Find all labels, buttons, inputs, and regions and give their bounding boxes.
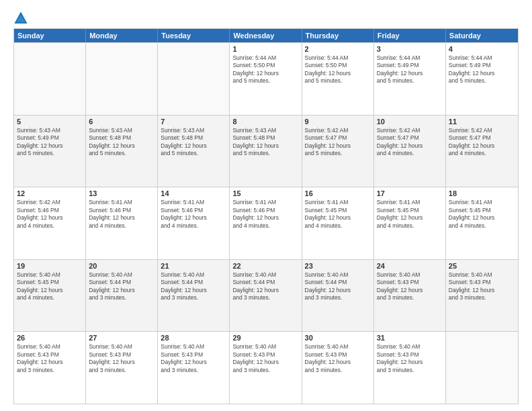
header-cell-saturday: Saturday xyxy=(446,29,518,42)
day-number: 18 xyxy=(449,189,515,197)
calendar-cell: 18Sunrise: 5:41 AM Sunset: 5:45 PM Dayli… xyxy=(446,187,518,259)
day-number: 31 xyxy=(377,334,443,342)
day-number: 30 xyxy=(305,334,371,342)
day-number: 11 xyxy=(449,118,515,126)
calendar-cell: 11Sunrise: 5:42 AM Sunset: 5:47 PM Dayli… xyxy=(446,116,518,187)
calendar-row-3: 19Sunrise: 5:40 AM Sunset: 5:45 PM Dayli… xyxy=(14,259,518,332)
calendar-cell: 26Sunrise: 5:40 AM Sunset: 5:43 PM Dayli… xyxy=(14,332,86,404)
cell-info: Sunrise: 5:44 AM Sunset: 5:49 PM Dayligh… xyxy=(449,54,515,85)
cell-info: Sunrise: 5:44 AM Sunset: 5:50 PM Dayligh… xyxy=(305,54,371,85)
cell-info: Sunrise: 5:40 AM Sunset: 5:44 PM Dayligh… xyxy=(89,271,154,302)
calendar-cell: 9Sunrise: 5:42 AM Sunset: 5:47 PM Daylig… xyxy=(302,116,374,187)
cell-info: Sunrise: 5:43 AM Sunset: 5:49 PM Dayligh… xyxy=(17,127,83,158)
day-number: 27 xyxy=(89,334,154,342)
day-number: 25 xyxy=(449,262,515,270)
day-number: 14 xyxy=(161,189,226,197)
calendar-cell xyxy=(446,332,518,404)
calendar-cell: 30Sunrise: 5:40 AM Sunset: 5:43 PM Dayli… xyxy=(302,332,374,404)
cell-info: Sunrise: 5:43 AM Sunset: 5:48 PM Dayligh… xyxy=(232,127,298,158)
cell-info: Sunrise: 5:40 AM Sunset: 5:44 PM Dayligh… xyxy=(232,271,298,302)
calendar-cell: 4Sunrise: 5:44 AM Sunset: 5:49 PM Daylig… xyxy=(446,43,518,115)
header-cell-monday: Monday xyxy=(86,29,158,42)
calendar-body: 1Sunrise: 5:44 AM Sunset: 5:50 PM Daylig… xyxy=(14,42,518,404)
day-number: 7 xyxy=(161,118,226,126)
calendar: SundayMondayTuesdayWednesdayThursdayFrid… xyxy=(13,28,519,404)
calendar-cell: 2Sunrise: 5:44 AM Sunset: 5:50 PM Daylig… xyxy=(302,43,374,115)
calendar-cell: 7Sunrise: 5:43 AM Sunset: 5:48 PM Daylig… xyxy=(158,116,230,187)
header-cell-wednesday: Wednesday xyxy=(230,29,302,42)
cell-info: Sunrise: 5:42 AM Sunset: 5:47 PM Dayligh… xyxy=(377,127,443,158)
calendar-cell: 25Sunrise: 5:40 AM Sunset: 5:43 PM Dayli… xyxy=(446,260,518,332)
calendar-cell: 17Sunrise: 5:41 AM Sunset: 5:45 PM Dayli… xyxy=(374,187,446,259)
calendar-row-0: 1Sunrise: 5:44 AM Sunset: 5:50 PM Daylig… xyxy=(14,42,518,115)
calendar-row-2: 12Sunrise: 5:42 AM Sunset: 5:46 PM Dayli… xyxy=(14,187,518,259)
page: SundayMondayTuesdayWednesdayThursdayFrid… xyxy=(0,0,532,411)
cell-info: Sunrise: 5:43 AM Sunset: 5:48 PM Dayligh… xyxy=(89,127,154,158)
calendar-cell: 24Sunrise: 5:40 AM Sunset: 5:43 PM Dayli… xyxy=(374,260,446,332)
calendar-cell: 13Sunrise: 5:41 AM Sunset: 5:46 PM Dayli… xyxy=(86,187,158,259)
calendar-cell xyxy=(86,43,158,115)
cell-info: Sunrise: 5:41 AM Sunset: 5:46 PM Dayligh… xyxy=(232,199,298,230)
cell-info: Sunrise: 5:40 AM Sunset: 5:43 PM Dayligh… xyxy=(17,343,83,374)
day-number: 6 xyxy=(89,118,154,126)
calendar-cell: 28Sunrise: 5:40 AM Sunset: 5:43 PM Dayli… xyxy=(158,332,230,404)
cell-info: Sunrise: 5:40 AM Sunset: 5:44 PM Dayligh… xyxy=(305,271,371,302)
cell-info: Sunrise: 5:40 AM Sunset: 5:44 PM Dayligh… xyxy=(161,271,226,302)
cell-info: Sunrise: 5:41 AM Sunset: 5:45 PM Dayligh… xyxy=(377,199,443,230)
day-number: 3 xyxy=(377,45,443,53)
calendar-cell xyxy=(158,43,230,115)
day-number: 8 xyxy=(232,118,298,126)
calendar-cell: 22Sunrise: 5:40 AM Sunset: 5:44 PM Dayli… xyxy=(230,260,302,332)
day-number: 24 xyxy=(377,262,443,270)
day-number: 21 xyxy=(161,262,226,270)
cell-info: Sunrise: 5:40 AM Sunset: 5:43 PM Dayligh… xyxy=(305,343,371,374)
header-cell-tuesday: Tuesday xyxy=(158,29,230,42)
cell-info: Sunrise: 5:42 AM Sunset: 5:47 PM Dayligh… xyxy=(305,127,371,158)
cell-info: Sunrise: 5:40 AM Sunset: 5:43 PM Dayligh… xyxy=(449,271,515,302)
calendar-cell: 1Sunrise: 5:44 AM Sunset: 5:50 PM Daylig… xyxy=(230,43,302,115)
cell-info: Sunrise: 5:40 AM Sunset: 5:43 PM Dayligh… xyxy=(377,271,443,302)
cell-info: Sunrise: 5:41 AM Sunset: 5:46 PM Dayligh… xyxy=(161,199,226,230)
cell-info: Sunrise: 5:44 AM Sunset: 5:49 PM Dayligh… xyxy=(377,54,443,85)
calendar-cell: 21Sunrise: 5:40 AM Sunset: 5:44 PM Dayli… xyxy=(158,260,230,332)
cell-info: Sunrise: 5:40 AM Sunset: 5:43 PM Dayligh… xyxy=(377,343,443,374)
calendar-cell: 23Sunrise: 5:40 AM Sunset: 5:44 PM Dayli… xyxy=(302,260,374,332)
calendar-cell: 14Sunrise: 5:41 AM Sunset: 5:46 PM Dayli… xyxy=(158,187,230,259)
calendar-cell: 20Sunrise: 5:40 AM Sunset: 5:44 PM Dayli… xyxy=(86,260,158,332)
day-number: 15 xyxy=(232,189,298,197)
calendar-row-4: 26Sunrise: 5:40 AM Sunset: 5:43 PM Dayli… xyxy=(14,331,518,404)
day-number: 1 xyxy=(232,45,298,53)
calendar-cell: 16Sunrise: 5:41 AM Sunset: 5:45 PM Dayli… xyxy=(302,187,374,259)
day-number: 9 xyxy=(305,118,371,126)
day-number: 2 xyxy=(305,45,371,53)
day-number: 5 xyxy=(17,118,83,126)
calendar-cell: 19Sunrise: 5:40 AM Sunset: 5:45 PM Dayli… xyxy=(14,260,86,332)
day-number: 10 xyxy=(377,118,443,126)
day-number: 29 xyxy=(232,334,298,342)
calendar-cell: 10Sunrise: 5:42 AM Sunset: 5:47 PM Dayli… xyxy=(374,116,446,187)
day-number: 22 xyxy=(232,262,298,270)
header-cell-friday: Friday xyxy=(374,29,446,42)
cell-info: Sunrise: 5:44 AM Sunset: 5:50 PM Dayligh… xyxy=(232,54,298,85)
day-number: 4 xyxy=(449,45,515,53)
calendar-cell: 8Sunrise: 5:43 AM Sunset: 5:48 PM Daylig… xyxy=(230,116,302,187)
calendar-cell: 15Sunrise: 5:41 AM Sunset: 5:46 PM Dayli… xyxy=(230,187,302,259)
day-number: 19 xyxy=(17,262,83,270)
day-number: 16 xyxy=(305,189,371,197)
header-cell-thursday: Thursday xyxy=(302,29,374,42)
day-number: 26 xyxy=(17,334,83,342)
day-number: 12 xyxy=(17,189,83,197)
cell-info: Sunrise: 5:40 AM Sunset: 5:43 PM Dayligh… xyxy=(232,343,298,374)
calendar-header-row: SundayMondayTuesdayWednesdayThursdayFrid… xyxy=(14,29,518,42)
header-cell-sunday: Sunday xyxy=(14,29,86,42)
calendar-cell xyxy=(14,43,86,115)
calendar-cell: 31Sunrise: 5:40 AM Sunset: 5:43 PM Dayli… xyxy=(374,332,446,404)
cell-info: Sunrise: 5:41 AM Sunset: 5:45 PM Dayligh… xyxy=(449,199,515,230)
header xyxy=(13,11,519,26)
calendar-cell: 29Sunrise: 5:40 AM Sunset: 5:43 PM Dayli… xyxy=(230,332,302,404)
cell-info: Sunrise: 5:41 AM Sunset: 5:46 PM Dayligh… xyxy=(89,199,154,230)
cell-info: Sunrise: 5:40 AM Sunset: 5:43 PM Dayligh… xyxy=(89,343,154,374)
calendar-cell: 6Sunrise: 5:43 AM Sunset: 5:48 PM Daylig… xyxy=(86,116,158,187)
day-number: 28 xyxy=(161,334,226,342)
logo xyxy=(13,11,31,26)
